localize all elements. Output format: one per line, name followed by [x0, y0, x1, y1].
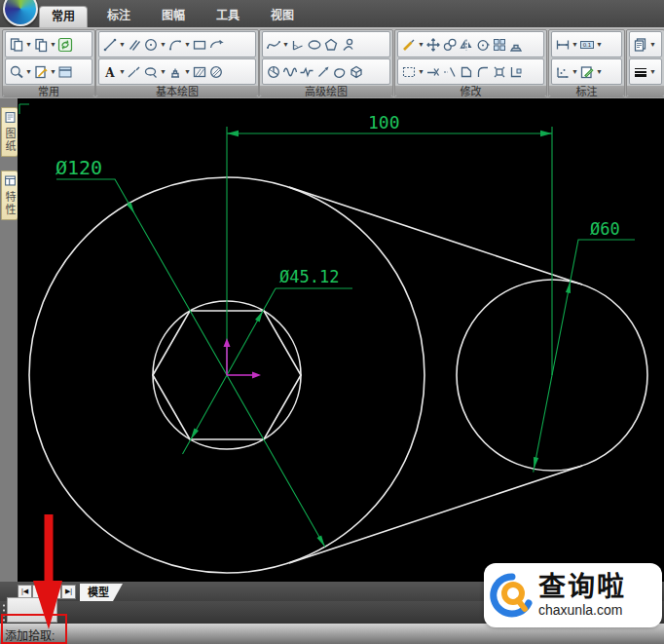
erase-button[interactable]: ▼	[401, 35, 424, 55]
app-logo-icon[interactable]	[3, 0, 38, 26]
zoom-icon	[9, 64, 24, 80]
window-button[interactable]	[57, 62, 73, 82]
rotate-button[interactable]	[475, 35, 491, 55]
insert-figure-button[interactable]	[340, 35, 355, 55]
sidebar-tab-图纸[interactable]: 图纸	[1, 107, 18, 157]
hatch-button[interactable]	[192, 62, 207, 82]
dropdown-arrow-icon[interactable]: ▼	[50, 41, 56, 48]
polygon-button[interactable]	[323, 35, 339, 55]
pie-button[interactable]	[266, 62, 281, 82]
dimension-button[interactable]: ▼	[555, 35, 578, 55]
wave-icon	[282, 64, 298, 80]
refresh-button[interactable]	[57, 35, 73, 55]
drawing-canvas[interactable]: Ø120 100 Ø45.12 Ø60	[18, 98, 664, 582]
sidebar-tab-特性[interactable]: 特性	[1, 170, 18, 220]
command-cell[interactable]	[7, 597, 57, 623]
tab-model[interactable]: 模型	[80, 584, 123, 601]
revision-cloud-button[interactable]	[208, 35, 224, 55]
polygon-icon	[323, 37, 339, 53]
arc-button[interactable]: ▼	[167, 35, 191, 55]
circle-button[interactable]: ▼	[143, 35, 166, 55]
select-button[interactable]: ▼	[401, 62, 424, 82]
sidebar-tab-label: 图纸	[2, 128, 18, 153]
wave-button[interactable]	[282, 62, 298, 82]
move-button[interactable]	[425, 35, 441, 55]
ribbon-group-label: 高级绘图	[260, 86, 392, 96]
dropdown-arrow-icon[interactable]: ▼	[649, 68, 656, 75]
hatch-circle-button[interactable]	[208, 62, 224, 82]
dropdown-arrow-icon[interactable]: ▼	[50, 68, 56, 75]
toolbar-grip[interactable]	[2, 603, 6, 622]
dropdown-arrow-icon[interactable]: ▼	[184, 41, 191, 48]
chamfer-button[interactable]	[459, 62, 474, 82]
dropdown-arrow-icon[interactable]: ▼	[160, 68, 166, 75]
contour-button[interactable]	[332, 62, 348, 82]
ribbon-row: ▼▼	[5, 58, 92, 85]
dim-leader-120	[56, 179, 325, 547]
ribbon-group-标注: ▼0.1▼▼▼标注	[548, 29, 625, 97]
extend-button[interactable]	[442, 62, 458, 82]
corner-button[interactable]	[508, 62, 524, 82]
breakline-button[interactable]	[299, 62, 314, 82]
layer-button[interactable]: ▼	[633, 35, 656, 55]
spline-button[interactable]: ▼	[266, 35, 289, 55]
dropdown-arrow-icon[interactable]: ▼	[184, 68, 191, 75]
angle-icon	[290, 37, 306, 53]
sketch-button[interactable]	[127, 62, 142, 82]
dropdown-arrow-icon[interactable]: ▼	[572, 41, 578, 48]
dropdown-arrow-icon[interactable]: ▼	[572, 68, 578, 75]
angle-button[interactable]	[290, 35, 306, 55]
watermark: 查询啦 chaxunla.com	[484, 563, 662, 627]
dropdown-arrow-icon[interactable]: ▼	[596, 41, 603, 48]
main-area: 图纸特性	[0, 98, 664, 582]
nav-last-button[interactable]: ▶|	[61, 585, 76, 599]
block-button[interactable]	[349, 62, 364, 82]
trim-button[interactable]	[425, 62, 441, 82]
pointer-button[interactable]	[315, 62, 331, 82]
dropdown-arrow-icon[interactable]: ▼	[282, 41, 289, 48]
extend-icon	[442, 64, 458, 80]
tab-工具[interactable]: 工具	[204, 6, 251, 26]
drawing-geometry: Ø120 100 Ø45.12 Ø60	[18, 98, 664, 582]
dropdown-arrow-icon[interactable]: ▼	[25, 41, 32, 48]
application-window: 常用标注图幅工具视图 ▼▼▼▼常用▼▼▼A▼▼▼基本绘图▼高级绘图▼▼修改▼0.…	[0, 0, 664, 644]
ribbon-row	[262, 58, 390, 85]
ellipse-button[interactable]	[307, 35, 322, 55]
dropdown-arrow-icon[interactable]: ▼	[119, 41, 126, 48]
edit-drawing-button[interactable]: ▼	[33, 62, 56, 82]
line-button[interactable]: ▼	[102, 35, 126, 55]
callout-button[interactable]: ▼	[143, 62, 166, 82]
note-edit-button[interactable]: ▼	[579, 62, 603, 82]
rectangle-button[interactable]	[192, 35, 207, 55]
dropdown-arrow-icon[interactable]: ▼	[160, 41, 166, 48]
linewidth-icon	[633, 64, 648, 80]
paste-button[interactable]: ▼	[9, 35, 32, 55]
parallel-button[interactable]	[127, 35, 142, 55]
tab-图幅[interactable]: 图幅	[150, 6, 197, 26]
tab-常用[interactable]: 常用	[39, 6, 88, 27]
ribbon-row: ▼	[397, 58, 544, 85]
mirror-button[interactable]	[459, 35, 474, 55]
array-button[interactable]	[492, 35, 507, 55]
tab-标注[interactable]: 标注	[95, 6, 142, 26]
sheet-icon	[4, 111, 17, 124]
section-button[interactable]: ▼	[167, 62, 191, 82]
zoom-button[interactable]: ▼	[9, 62, 32, 82]
dropdown-arrow-icon[interactable]: ▼	[119, 68, 126, 75]
fillet-button[interactable]	[475, 62, 491, 82]
dropdown-arrow-icon[interactable]: ▼	[418, 41, 424, 48]
offset-button[interactable]	[508, 35, 524, 55]
text-button[interactable]: A▼	[102, 62, 126, 82]
coordinate-button[interactable]: ▼	[555, 62, 578, 82]
explode-button[interactable]	[492, 62, 507, 82]
dropdown-arrow-icon[interactable]: ▼	[649, 41, 656, 48]
dropdown-arrow-icon[interactable]: ▼	[418, 68, 424, 75]
tolerance-button[interactable]: 0.1▼	[579, 35, 603, 55]
copy-obj-button[interactable]	[442, 35, 458, 55]
tab-视图[interactable]: 视图	[259, 6, 306, 26]
dropdown-arrow-icon[interactable]: ▼	[25, 68, 32, 75]
linewidth-button[interactable]: ▼	[633, 62, 656, 82]
dropdown-arrow-icon[interactable]: ▼	[596, 68, 603, 75]
copy-button[interactable]: ▼	[33, 35, 56, 55]
watermark-text: 查询啦 chaxunla.com	[538, 573, 626, 618]
